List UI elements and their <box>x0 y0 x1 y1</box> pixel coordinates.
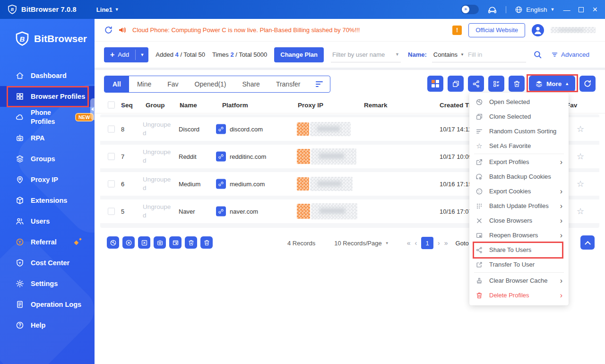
sidebar-item-cost-center[interactable]: Cost Center <box>0 252 95 273</box>
cell-platform[interactable]: redditinc.com <box>216 152 266 162</box>
theme-toggle[interactable]: ☀ <box>461 5 479 14</box>
prev-page-button[interactable]: ‹ <box>415 239 417 247</box>
favorite-star-icon[interactable]: ☆ <box>577 179 584 189</box>
alert-badge[interactable]: ! <box>452 26 462 35</box>
shield-icon <box>16 259 24 267</box>
tab-fav[interactable]: Fav <box>159 76 186 92</box>
row-checkbox[interactable] <box>108 126 115 133</box>
next-page-button[interactable]: › <box>438 239 440 247</box>
user-filter-select[interactable]: Filter by user name▼ <box>331 47 401 62</box>
support-headset-icon[interactable] <box>487 5 497 14</box>
rpa-batch-button[interactable] <box>154 236 166 249</box>
avatar[interactable] <box>532 24 544 36</box>
link-icon <box>216 124 226 134</box>
share-button[interactable] <box>468 76 484 92</box>
close-all-button[interactable] <box>138 236 150 249</box>
cube-icon <box>16 196 24 205</box>
favorite-star-icon[interactable]: ☆ <box>577 124 584 134</box>
menu-item-set-as-favorite[interactable]: ☆ Set As Favorite <box>469 139 569 153</box>
add-dropdown-caret[interactable]: ▼ <box>136 47 148 62</box>
chevron-right-icon: › <box>560 232 562 239</box>
menu-item-export-profiles[interactable]: Export Profiles› <box>469 155 569 169</box>
search-icon[interactable] <box>533 50 542 59</box>
more-button[interactable]: More▲ <box>529 76 575 92</box>
reopen-browsers-button[interactable] <box>169 236 182 249</box>
advanced-filter-button[interactable]: Advanced <box>551 51 589 58</box>
maximize-button[interactable] <box>579 7 584 12</box>
tab-sort-icon[interactable] <box>309 76 330 92</box>
clear-cache-trash-button[interactable] <box>185 236 197 249</box>
cell-platform[interactable]: medium.com <box>216 179 265 189</box>
last-page-button[interactable]: » <box>444 239 448 247</box>
row-checkbox[interactable] <box>108 181 115 188</box>
current-page[interactable]: 1 <box>421 237 433 249</box>
cell-platform[interactable]: naver.com <box>216 207 258 217</box>
language-selector[interactable]: English▼ <box>515 6 554 14</box>
tab-mine[interactable]: Mine <box>129 76 159 92</box>
add-button[interactable]: +Add ▼ <box>104 47 148 62</box>
sidebar-item-settings[interactable]: Settings <box>0 273 95 294</box>
sidebar-item-proxy-ip[interactable]: Proxy IP <box>0 169 95 190</box>
sidebar-item-extensions[interactable]: Extensions <box>0 190 95 211</box>
sidebar-item-browser-profiles[interactable]: Browser Profiles <box>0 86 95 107</box>
menu-item-close-browsers[interactable]: Close Browsers› <box>469 213 569 228</box>
recycle-bin-button[interactable] <box>509 76 525 92</box>
proxy-ip-redacted <box>311 203 357 219</box>
grid-icon <box>16 92 24 101</box>
menu-item-transfer-to-user[interactable]: Transfer To User <box>469 257 569 272</box>
select-all-checkbox[interactable] <box>108 101 115 108</box>
sidebar-item-groups[interactable]: Groups <box>0 148 95 169</box>
profile-list-button[interactable] <box>488 76 504 92</box>
refresh-list-button[interactable] <box>579 76 596 92</box>
per-page-select[interactable]: 10 Records/Page▼ <box>334 240 389 247</box>
menu-item-share-to-users[interactable]: Share To Users <box>469 243 569 257</box>
tab-all[interactable]: All <box>104 76 129 92</box>
sidebar-item-operation-logs[interactable]: Operation Logs <box>0 294 95 315</box>
sidebar-item-users[interactable]: Users <box>0 211 95 232</box>
menu-item-export-cookies[interactable]: Export Cookies› <box>469 184 569 199</box>
sidebar-item-referral[interactable]: Referral <box>0 232 95 252</box>
clone-button[interactable] <box>448 76 464 92</box>
open-browsers-button[interactable] <box>107 236 119 249</box>
menu-item-clear-browser-cache[interactable]: Clear Browser Cache› <box>469 273 569 288</box>
row-checkbox[interactable] <box>108 153 115 160</box>
favorite-star-icon[interactable]: ☆ <box>577 151 584 162</box>
official-website-button[interactable]: Official Website <box>468 23 525 37</box>
line-selector[interactable]: Line1▼ <box>96 6 119 13</box>
menu-item-delete-profiles[interactable]: Delete Profiles› <box>469 288 569 303</box>
proxy-ip-redacted <box>310 177 353 191</box>
first-page-button[interactable]: « <box>407 239 411 247</box>
tab-opened[interactable]: Opened(1) <box>187 76 234 92</box>
menu-item-batch-update-profiles[interactable]: Batch Update Profiles› <box>469 199 569 213</box>
menu-item-open-selected[interactable]: Open Selected <box>469 95 569 109</box>
chevron-right-icon: › <box>560 277 562 285</box>
row-checkbox[interactable] <box>108 208 115 215</box>
change-plan-button[interactable]: Change Plan <box>274 47 324 62</box>
clone-icon <box>452 80 460 88</box>
chevron-right-icon: › <box>560 292 562 299</box>
layout-grid-button[interactable] <box>427 76 443 92</box>
minimize-button[interactable]: — <box>563 6 570 13</box>
name-search-input[interactable] <box>468 51 525 58</box>
sidebar-item-phone-profiles[interactable]: Phone Profiles NEW <box>0 107 95 128</box>
sidebar-item-dashboard[interactable]: Dashboard <box>0 65 95 86</box>
close-button[interactable]: × <box>592 5 597 14</box>
divider <box>506 6 506 13</box>
menu-item-reopen-browsers[interactable]: Reopen Browsers› <box>469 228 569 243</box>
sidebar-item-help[interactable]: Help <box>0 315 95 336</box>
cell-platform[interactable]: discord.com <box>216 124 263 134</box>
menu-item-random-custom-sorting[interactable]: Random Custom Sorting <box>469 124 569 139</box>
sidebar-item-rpa[interactable]: RPA <box>0 128 95 148</box>
back-to-top-button[interactable] <box>580 235 595 250</box>
menu-item-batch-backup-cookies[interactable]: Batch Backup Cookies <box>469 169 569 184</box>
tab-share[interactable]: Share <box>234 76 268 92</box>
delete-button[interactable] <box>200 236 213 249</box>
favorite-star-icon[interactable]: ☆ <box>577 206 584 217</box>
match-type-select[interactable]: Contains▼ <box>433 51 464 58</box>
sidebar-collapse-handle[interactable] <box>90 98 95 120</box>
close-browsers-button[interactable] <box>122 236 135 249</box>
clone-icon <box>475 113 483 121</box>
refresh-icon[interactable] <box>104 26 113 35</box>
tab-transfer[interactable]: Transfer <box>268 76 309 92</box>
menu-item-clone-selected[interactable]: Clone Selected <box>469 109 569 124</box>
